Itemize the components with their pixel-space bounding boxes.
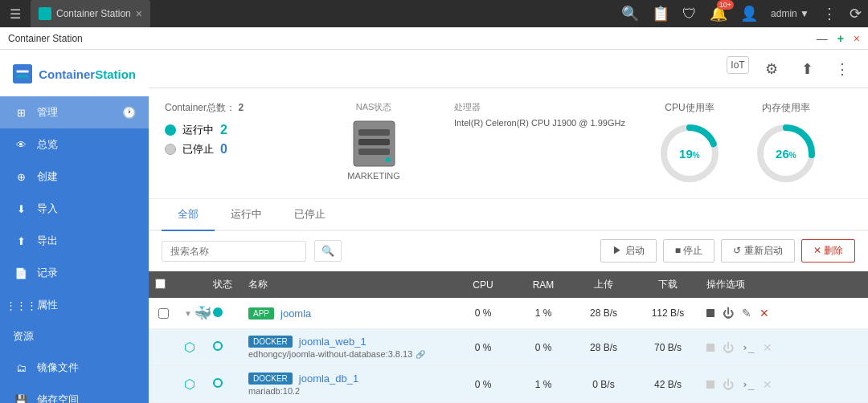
container-tabs: 全部 运行中 已停止 (149, 199, 868, 231)
row-cpu-joomla: 0 % (451, 307, 515, 319)
sidebar-item-import[interactable]: ⬇ 导入 (0, 193, 149, 225)
container-name-db1[interactable]: joomla_db_1 (299, 372, 358, 385)
docker-icon-db1: ⬡ (184, 377, 195, 392)
search-button[interactable]: 🔍 (314, 240, 342, 262)
delete-icon-joomla[interactable]: ✕ (760, 307, 769, 320)
notification-badge[interactable]: 🔔 10+ (710, 5, 727, 22)
processor-value: Intel(R) Celeron(R) CPU J1900 @ 1.99GHz (454, 116, 625, 130)
container-count: Container总数： 2 运行中 2 已停止 0 (165, 101, 293, 161)
stopped-label: 已停止 (182, 142, 214, 157)
terminal-icon-web1[interactable]: ›_ (742, 341, 755, 353)
main-toolbar: IoT ⚙ ⬆ ⋮ (149, 50, 868, 88)
power-icon-web1: ⏻ (723, 341, 734, 354)
logo-text-station: Station (95, 67, 136, 81)
row-name-db1: DOCKER joomla_db_1 mariadb:10.2 (242, 372, 451, 396)
tab-running[interactable]: 运行中 (215, 199, 278, 231)
cpu-gauge: CPU使用率 19% (657, 101, 722, 185)
shield-icon[interactable]: 🛡 (682, 6, 697, 22)
export-label: 导出 (37, 234, 136, 248)
more-icon[interactable]: ⋮ (822, 5, 837, 22)
maximize-button[interactable]: + (837, 32, 844, 45)
cpu-ram-section: CPU使用率 19% 内存使用率 (657, 101, 852, 185)
delete-icon-web1: ✕ (763, 341, 772, 354)
cpu-gauge-wrap: 19% (657, 121, 722, 185)
select-all-checkbox[interactable] (155, 279, 166, 289)
sidebar: ContainerStation ⊞ 管理 🕐 👁 总览 ⊕ 创建 ⬇ 导入 ⬆… (0, 50, 149, 403)
nas-image (350, 120, 398, 168)
search-input[interactable] (162, 241, 306, 262)
window-bar: Container Station — + × (0, 27, 868, 50)
row-download-web1: 70 B/s (636, 342, 700, 353)
iot-icon[interactable]: IoT (727, 56, 749, 74)
tab-container-station[interactable]: Container Station × (31, 0, 150, 27)
running-label: 运行中 (182, 123, 214, 137)
edit-icon-joomla[interactable]: ✎ (742, 307, 751, 320)
th-ops: 操作选项 (700, 278, 796, 291)
row-ram-joomla: 1 % (515, 307, 571, 319)
tab-all[interactable]: 全部 (162, 199, 215, 231)
container-name-web1[interactable]: joomla_web_1 (299, 336, 366, 348)
admin-menu[interactable]: admin ▼ (771, 8, 809, 19)
row-ops-db1: ⏻ ›_ ✕ (700, 378, 796, 391)
tab-stopped[interactable]: 已停止 (278, 199, 342, 231)
row-ops-joomla: ⏻ ✎ ✕ (700, 307, 796, 320)
search-icon[interactable]: 🔍 (621, 5, 639, 22)
toolbar-icons: IoT ⚙ ⬆ ⋮ (727, 56, 855, 82)
ops-group-db1: ⏻ ›_ ✕ (706, 378, 790, 391)
th-status: 状态 (207, 278, 242, 291)
sidebar-item-properties[interactable]: ⋮⋮⋮ 属性 (0, 289, 149, 321)
sidebar-item-export[interactable]: ⬆ 导出 (0, 225, 149, 257)
terminal-icon-db1[interactable]: ›_ (742, 378, 755, 390)
delete-button[interactable]: ✕ 删除 (801, 239, 855, 263)
processor-info: 处理器 Intel(R) Celeron(R) CPU J1900 @ 1.99… (454, 101, 625, 130)
manage-label: 管理 (37, 105, 114, 120)
start-button[interactable]: ▶ 启动 (600, 239, 656, 263)
sidebar-item-resources[interactable]: 资源 (0, 321, 149, 352)
menu-icon[interactable]: ☰ (6, 3, 24, 25)
row-cpu-web1: 0 % (451, 342, 515, 353)
container-name-joomla[interactable]: joomla (280, 307, 311, 320)
clipboard-icon[interactable]: 📋 (652, 5, 669, 22)
checkbox-joomla[interactable] (158, 308, 169, 319)
minimize-button[interactable]: — (817, 32, 828, 45)
logs-label: 记录 (37, 266, 136, 280)
row-status-web1 (207, 341, 242, 353)
svg-rect-1 (17, 70, 29, 72)
list-toolbar: 🔍 ▶ 启动 ■ 停止 ↺ 重新启动 ✕ 删除 (149, 231, 868, 271)
row-download-joomla: 112 B/s (636, 307, 700, 319)
power-icon-joomla[interactable]: ⏻ (723, 307, 734, 320)
running-status-icon (213, 307, 223, 317)
processor-label: 处理器 (454, 101, 625, 113)
restart-button[interactable]: ↺ 重新启动 (721, 239, 794, 263)
close-button[interactable]: × (854, 32, 860, 45)
sidebar-item-images[interactable]: 🗂 镜像文件 (0, 352, 149, 384)
settings-icon[interactable]: ⚙ (759, 56, 784, 82)
row-ram-db1: 1 % (515, 379, 571, 390)
sidebar-item-storage[interactable]: 💾 储存空间 (0, 384, 149, 403)
upload-icon[interactable]: ⬆ (794, 56, 820, 82)
sidebar-item-overview[interactable]: 👁 总览 (0, 128, 149, 161)
sidebar-item-create[interactable]: ⊕ 创建 (0, 161, 149, 193)
import-label: 导入 (37, 202, 136, 216)
stop-icon-joomla[interactable] (706, 309, 714, 317)
action-buttons: ▶ 启动 ■ 停止 ↺ 重新启动 ✕ 删除 (600, 239, 855, 263)
power-icon-db1: ⏻ (723, 378, 734, 391)
kebab-menu-icon[interactable]: ⋮ (829, 56, 855, 82)
refresh-icon[interactable]: ⟳ (850, 5, 862, 22)
row-ram-web1: 0 % (515, 342, 571, 353)
row-name-joomla: APP joomla (242, 307, 451, 320)
tab-close-button[interactable]: × (136, 8, 142, 19)
sidebar-item-logs[interactable]: 📄 记录 (0, 257, 149, 289)
row-expand-joomla[interactable]: ▼ 🐳 (178, 304, 207, 322)
stopped-count: 0 (220, 142, 227, 157)
row-name-web1: DOCKER joomla_web_1 edhongcy/joomla-with… (242, 336, 451, 359)
container-subimage-web1: edhongcy/joomla-without-database:3.8.13 … (248, 349, 444, 359)
user-icon[interactable]: 👤 (740, 5, 758, 22)
running-dot (165, 124, 176, 136)
tab-label: Container Station (56, 8, 131, 19)
ops-group-joomla: ⏻ ✎ ✕ (706, 307, 790, 320)
images-icon: 🗂 (13, 360, 29, 376)
sidebar-item-manage[interactable]: ⊞ 管理 🕐 (0, 96, 149, 128)
stop-button[interactable]: ■ 停止 (663, 239, 715, 263)
export-icon: ⬆ (13, 233, 29, 249)
